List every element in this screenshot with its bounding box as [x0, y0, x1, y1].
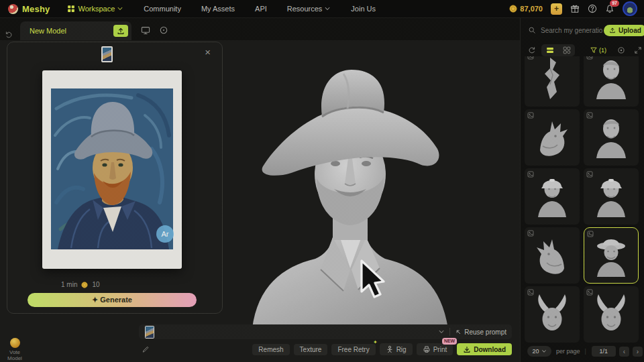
next-page-button[interactable]: ›: [633, 347, 643, 357]
prev-page-button[interactable]: ‹: [619, 347, 629, 357]
model-thumbnail-bust: [590, 56, 632, 102]
nav-item-workspace[interactable]: Workspace: [67, 5, 123, 13]
download-button[interactable]: Download: [457, 343, 512, 355]
image-badge-icon: [587, 231, 594, 237]
divider: [449, 328, 450, 336]
panel-header: ×: [7, 42, 222, 68]
page-indicator: 1/1: [592, 346, 616, 357]
upload-button[interactable]: Upload: [604, 25, 644, 36]
nav-item-community[interactable]: Community: [144, 5, 181, 13]
vote-model-label: Vote Model: [3, 349, 26, 361]
tab-label: New Model: [30, 27, 113, 35]
model-thumbnail-helmet: [590, 173, 632, 220]
action-buttons: RemeshTextureFree Retry✦RigPrintNEWDownl…: [252, 343, 512, 355]
pen-icon: [142, 345, 150, 353]
search-box[interactable]: [528, 26, 604, 35]
model-thumbnail-bust: [590, 114, 632, 161]
generation-tile-dragon[interactable]: [525, 227, 580, 284]
grid-view-button[interactable]: [558, 46, 575, 54]
filter-count: (1): [599, 47, 606, 54]
grid-view-icon: [563, 46, 571, 54]
nav-right: 87,070 + 97: [509, 1, 637, 16]
chevron-down-icon: [541, 349, 547, 354]
print-button[interactable]: PrintNEW: [417, 343, 453, 355]
generations-sidebar: Upload (1) 20 per page | 1/1: [520, 17, 644, 362]
page-size-select[interactable]: 20: [527, 346, 551, 357]
nav-item-my-assets[interactable]: My Assets: [201, 5, 235, 13]
tab-new-model[interactable]: New Model: [20, 21, 131, 40]
caret-down-icon: [117, 5, 123, 12]
help-icon[interactable]: [588, 4, 597, 13]
credits-display[interactable]: 87,070: [509, 5, 543, 13]
top-navigation: Meshy WorkspaceCommunityMy AssetsAPIReso…: [0, 0, 644, 18]
generation-tile-bust[interactable]: [584, 109, 639, 166]
sidebar-toolbar: (1): [521, 44, 644, 56]
chevron-down-icon[interactable]: [438, 328, 445, 335]
generated-bust-model: [243, 54, 455, 328]
record-circle-icon[interactable]: [159, 25, 168, 35]
list-view-button[interactable]: [541, 46, 558, 54]
tab-bar-icons: [141, 25, 168, 35]
meshy-logo-icon: [8, 4, 18, 14]
mouse-cursor: [360, 259, 388, 301]
add-credits-button[interactable]: +: [551, 3, 562, 15]
input-image-thumbnail[interactable]: [101, 46, 113, 62]
upload-icon: [609, 27, 616, 34]
reuse-arrow-icon: [455, 328, 462, 335]
free-retry-button[interactable]: Free Retry✦: [331, 344, 375, 355]
expand-icon[interactable]: [634, 46, 642, 54]
target-icon[interactable]: [617, 46, 625, 54]
texture-button[interactable]: Texture: [294, 344, 328, 355]
input-image-card: Ar: [42, 70, 182, 269]
generation-tile-helmet[interactable]: [525, 168, 580, 225]
remesh-button[interactable]: Remesh: [252, 344, 289, 355]
prompt-image-thumbnail[interactable]: [145, 326, 154, 339]
user-avatar[interactable]: [623, 1, 637, 16]
generation-tile-helmet[interactable]: [584, 168, 639, 225]
prompt-bar-right: Reuse prompt: [438, 328, 506, 336]
monitor-icon[interactable]: [141, 25, 150, 35]
pagination-bar: 20 per page | 1/1 ‹ ›: [521, 346, 644, 357]
coin-icon: [10, 338, 20, 348]
vote-model-widget[interactable]: Vote Model: [3, 338, 26, 361]
search-input[interactable]: [539, 26, 604, 35]
notification-badge: 97: [610, 0, 619, 7]
brand[interactable]: Meshy: [8, 4, 50, 14]
generation-cost: 1 min 10: [61, 281, 100, 288]
generation-tile-spire[interactable]: [525, 56, 580, 107]
cost-credits: 10: [92, 281, 99, 288]
gift-icon[interactable]: [570, 4, 580, 13]
generation-tile-horned[interactable]: [584, 286, 639, 343]
generation-tile-hat-selected[interactable]: [584, 227, 639, 284]
generate-button[interactable]: ✦ Generate: [28, 293, 197, 307]
model-thumbnail-dragon: [531, 232, 573, 279]
reuse-prompt-button[interactable]: Reuse prompt: [455, 328, 506, 336]
history-panel-icon[interactable]: [5, 31, 13, 39]
nav-item-resources[interactable]: Resources: [287, 5, 331, 13]
image-badge-icon: [527, 171, 534, 178]
close-panel-button[interactable]: ×: [201, 45, 214, 59]
generation-tile-dragon[interactable]: [525, 109, 580, 166]
workspace-grid-icon: [67, 5, 75, 13]
notifications-button[interactable]: 97: [605, 4, 614, 13]
rig-button[interactable]: Rig: [380, 343, 413, 355]
sidebar-search-row: Upload: [521, 24, 644, 36]
tab-bar: New Model: [0, 17, 520, 40]
sparkle-icon: ✦: [92, 296, 98, 304]
model-thumbnail-horned: [531, 291, 573, 338]
cost-time: 1 min: [61, 281, 77, 288]
generation-tile-horned[interactable]: [525, 286, 580, 343]
nav-item-api[interactable]: API: [255, 5, 267, 13]
nav-item-join-us[interactable]: Join Us: [351, 5, 376, 13]
image-badge-icon: [527, 56, 534, 60]
tab-upload-button[interactable]: [113, 25, 128, 37]
undo-icon[interactable]: [528, 46, 536, 54]
edit-prompt-button[interactable]: [142, 345, 150, 353]
image-badge-icon: [527, 112, 534, 119]
prompt-bar[interactable]: Reuse prompt: [139, 324, 512, 339]
filter-button[interactable]: (1): [590, 46, 606, 54]
caret-down-icon: [324, 5, 331, 12]
generation-tile-bust[interactable]: [584, 56, 639, 107]
credits-amount: 87,070: [520, 5, 543, 13]
image-badge-icon: [527, 289, 534, 296]
